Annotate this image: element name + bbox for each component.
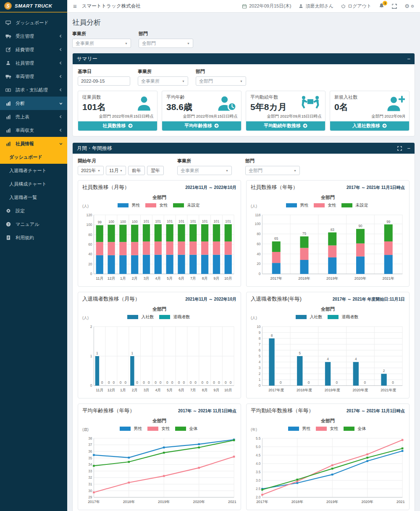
svg-text:6: 6 — [259, 348, 261, 352]
svg-text:4: 4 — [327, 357, 329, 361]
svg-text:1月: 1月 — [120, 388, 126, 392]
summary-card-3: 新規入社数0名全部門 2022年09月入退社数推移 — [330, 91, 410, 131]
legend-swatch — [175, 427, 186, 431]
sidebar-item-settings[interactable]: 設定 — [0, 204, 67, 218]
chart-icon — [5, 101, 11, 106]
svg-text:2021年: 2021年 — [396, 500, 405, 504]
svg-text:0: 0 — [392, 380, 394, 385]
svg-text:8: 8 — [259, 336, 261, 341]
notification-badge: 1 — [383, 1, 387, 5]
svg-text:9: 9 — [259, 330, 261, 335]
card-trend-button[interactable]: 平均勤続年数推移 — [246, 121, 325, 131]
sidebar-item-employee-dashboard[interactable]: ダッシュボード — [0, 150, 67, 164]
hamburger-menu-icon[interactable]: ≡ — [73, 3, 77, 10]
sidebar-item-billing-payment[interactable]: 請求・支払処理 — [0, 83, 67, 97]
dept-filter-label: 部門 — [196, 68, 246, 75]
summary-dept-select[interactable]: 全部門▼ — [196, 76, 246, 86]
card-note: 全部門 2022年09月15日日時点 — [78, 113, 157, 121]
sidebar-item-join-leave-list[interactable]: 入退職者一覧 — [0, 191, 67, 204]
chart-unit-label: (年) — [251, 427, 257, 432]
sidebar-item-analysis[interactable]: 分析 — [0, 97, 67, 110]
user-icon — [135, 95, 153, 113]
svg-text:2019年: 2019年 — [158, 500, 170, 504]
sidebar-item-join-leave-chart[interactable]: 入退職者チャート — [0, 164, 67, 177]
sidebar-item-vehicle-balance[interactable]: 車両収支 — [0, 123, 67, 137]
svg-text:4: 4 — [355, 357, 357, 361]
trends-dept-select[interactable]: 全部門▼ — [245, 166, 300, 175]
svg-text:0: 0 — [225, 380, 227, 385]
fullscreen-button[interactable] — [392, 4, 397, 9]
sidebar-menu: ダッシュボード受注管理経費管理社員管理車両管理請求・支払処理分析売上表車両収支社… — [0, 13, 67, 511]
page-title: 社員分析 — [72, 18, 415, 27]
summary-office-select[interactable]: 全事業所▼ — [138, 76, 188, 86]
office-filter-select[interactable]: 全事業所▼ — [72, 39, 131, 48]
office-filter-label: 事業所 — [138, 68, 188, 75]
logout-button[interactable]: ログアウト — [341, 3, 371, 9]
svg-text:100: 100 — [108, 220, 114, 224]
card-trend-button[interactable]: 入退社数推移 — [330, 121, 409, 131]
legend-swatch — [344, 427, 354, 431]
next-year-button[interactable]: 翌年 — [147, 166, 164, 175]
trends-office-select[interactable]: 全事業所▼ — [177, 166, 232, 175]
chart-card-employees-yearly: 社員数推移（年毎）2017年 ～ 2021年 11月1日時点全部門(人)男性女性… — [246, 180, 410, 287]
month-select[interactable]: 11月▼ — [106, 166, 126, 175]
user-icon — [299, 4, 303, 8]
notifications-button[interactable]: 1 — [379, 3, 384, 9]
legend-swatch — [341, 203, 352, 207]
svg-text:2018年: 2018年 — [291, 500, 304, 504]
legend-label: 全体 — [358, 426, 366, 432]
sidebar-item-order-management[interactable]: 受注管理 — [0, 29, 67, 43]
sidebar-item-expense-management[interactable]: 経費管理 — [0, 43, 67, 56]
sidebar-item-manual[interactable]: ?マニュアル — [0, 218, 67, 231]
sidebar-item-sales-table[interactable]: 売上表 — [0, 110, 67, 123]
svg-text:2.5: 2.5 — [256, 487, 261, 491]
legend-swatch — [120, 427, 131, 431]
settings-button[interactable]: ⚙⚙ — [404, 3, 414, 9]
chart-plot-avg-tenure-yearly: 2.02.53.03.54.04.55.05.52017年2018年2019年2… — [251, 432, 405, 506]
base-date-input[interactable]: 2022-09-15 — [78, 76, 130, 86]
arrow-circle-right-icon — [303, 123, 307, 128]
svg-text:99: 99 — [98, 220, 102, 225]
chart-period: 2021年11月 ～ 2022年10月 — [185, 185, 236, 191]
chevron-down-icon: ▼ — [240, 80, 243, 83]
svg-text:0: 0 — [166, 380, 168, 385]
svg-text:7月: 7月 — [190, 388, 196, 392]
legend-label: 男性 — [300, 202, 309, 208]
svg-text:80: 80 — [88, 233, 92, 237]
legend-label: 全体 — [189, 426, 198, 432]
chevron-left-icon — [59, 88, 63, 92]
sidebar-item-dashboard[interactable]: ダッシュボード — [0, 16, 67, 29]
sidebar-item-vehicle-management[interactable]: 車両管理 — [0, 70, 67, 83]
user-menu[interactable]: 須磨太郎さん — [299, 3, 333, 9]
svg-text:2.0: 2.0 — [256, 495, 261, 499]
arrow-circle-right-icon — [214, 123, 219, 128]
chart-unit-label: (人) — [251, 315, 257, 321]
svg-text:0: 0 — [178, 380, 180, 385]
chart-card-avg-tenure-yearly: 平均勤続年数推移（年毎）2017年 ～ 2021年 11月1日時点全部門(年)男… — [246, 404, 410, 510]
prev-year-button[interactable]: 前年 — [128, 166, 145, 175]
legend-swatch — [118, 203, 129, 207]
arrow-circle-right-icon — [382, 123, 387, 128]
card-trend-button[interactable]: 社員数推移 — [78, 121, 157, 131]
collapse-button[interactable]: − — [407, 56, 410, 62]
card-trend-button[interactable]: 平均年齢推移 — [162, 121, 241, 131]
year-select[interactable]: 2021年▼ — [78, 166, 104, 175]
svg-text:100: 100 — [120, 220, 126, 224]
summary-card-0: 従業員数101名全部門 2022年09月15日日時点社員数推移 — [78, 91, 158, 131]
expand-button[interactable] — [397, 146, 402, 151]
trends-panel: 月間・年間推移 − 開始年月 2021年▼ — [72, 142, 415, 511]
app-root: S SMART TRUCK ダッシュボード受注管理経費管理社員管理車両管理請求・… — [0, 0, 420, 511]
chart-legend: 男性女性未設定 — [82, 202, 236, 209]
collapse-button[interactable]: − — [407, 146, 410, 151]
dept-filter-select[interactable]: 全部門▼ — [139, 39, 193, 48]
svg-text:1: 1 — [131, 351, 134, 355]
sidebar-item-composition-chart[interactable]: 人員構成チャート — [0, 177, 67, 191]
base-date-label: 基準日 — [78, 68, 130, 75]
chart-title: 入退職者数推移(年毎) — [251, 296, 302, 303]
sidebar-item-employee-management[interactable]: 社員管理 — [0, 56, 67, 70]
brand-logo[interactable]: S SMART TRUCK — [0, 0, 67, 13]
sidebar-item-terms[interactable]: 利用規約 — [0, 231, 67, 244]
calendar-icon — [242, 4, 247, 9]
sidebar-item-employee-info[interactable]: 社員情報 — [0, 137, 67, 150]
legend-label: 男性 — [134, 426, 142, 432]
